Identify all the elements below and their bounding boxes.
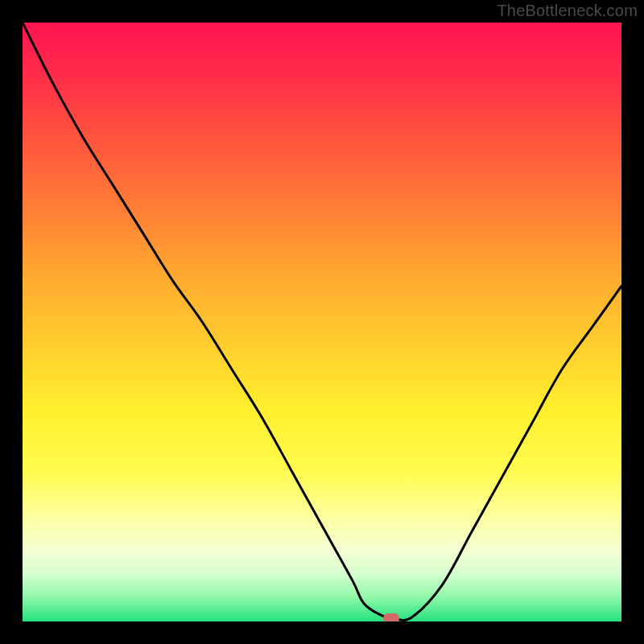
watermark-text: TheBottleneck.com <box>497 2 638 20</box>
optimum-marker <box>383 613 399 621</box>
bottleneck-curve <box>23 23 621 621</box>
chart-frame: TheBottleneck.com <box>0 0 644 644</box>
curve-path <box>23 23 621 621</box>
plot-area <box>23 23 621 621</box>
